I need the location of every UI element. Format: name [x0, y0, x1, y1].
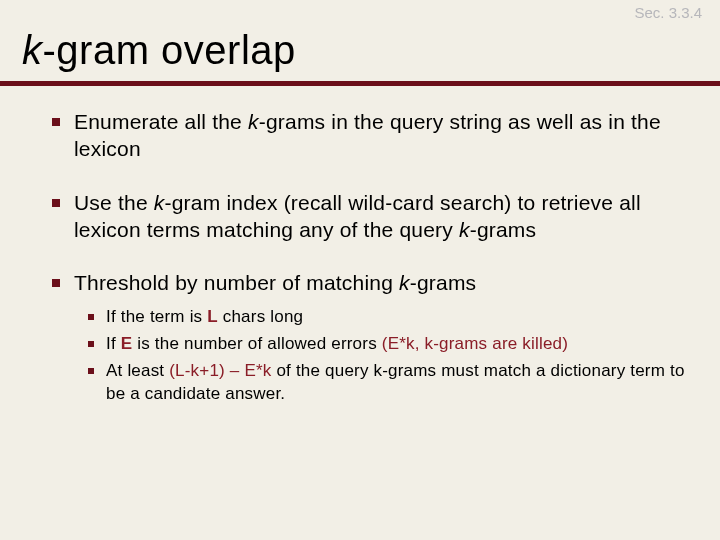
slide-title: k-gram overlap — [0, 0, 720, 73]
list-item: At least (L-k+1) – E*k of the query k-gr… — [88, 360, 694, 406]
title-k: k — [22, 28, 43, 72]
section-label: Sec. 3.3.4 — [634, 4, 702, 21]
k-italic: k — [248, 110, 259, 133]
text: If — [106, 334, 121, 353]
text: Use the — [74, 191, 154, 214]
text: -grams — [470, 218, 537, 241]
k-italic: k — [154, 191, 165, 214]
k-italic: k — [459, 218, 470, 241]
slide-content: Enumerate all the k-grams in the query s… — [0, 86, 720, 406]
text: is the number of allowed errors — [132, 334, 381, 353]
text: Threshold by number of matching — [74, 271, 399, 294]
formula: (L-k+1) – E*k — [169, 361, 271, 380]
var-L: L — [207, 307, 218, 326]
k-italic: k — [399, 271, 410, 294]
text: If the term is — [106, 307, 207, 326]
list-item: If E is the number of allowed errors (E*… — [88, 333, 694, 356]
sub-list: If the term is L chars long If E is the … — [88, 306, 694, 406]
text: At least — [106, 361, 169, 380]
text: chars long — [218, 307, 303, 326]
text: -grams — [410, 271, 477, 294]
list-item: Use the k-gram index (recall wild-card s… — [52, 189, 694, 244]
text: Enumerate all the — [74, 110, 248, 133]
list-item: Threshold by number of matching k-grams … — [52, 269, 694, 406]
title-rest: -gram overlap — [43, 28, 296, 72]
bullet-list: Enumerate all the k-grams in the query s… — [52, 108, 694, 406]
list-item: If the term is L chars long — [88, 306, 694, 329]
var-E: E — [121, 334, 133, 353]
note: (E*k, k-grams are killed) — [382, 334, 568, 353]
list-item: Enumerate all the k-grams in the query s… — [52, 108, 694, 163]
